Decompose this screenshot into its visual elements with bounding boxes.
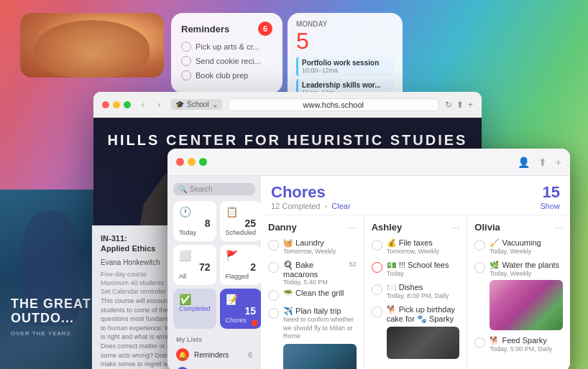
task-title: ✈️ Plan Italy trip	[283, 307, 357, 316]
ashley-more-icon[interactable]: ···	[451, 221, 460, 233]
task-schoolfees: 💵 !!! School fees Today	[372, 261, 460, 277]
task-title: 💵 !!! School fees	[387, 261, 449, 270]
sparky-dog-photo	[387, 327, 460, 359]
task-check[interactable]	[474, 262, 485, 273]
close-button[interactable]	[102, 101, 109, 108]
task-title: 🐕 Feed Sparky	[490, 336, 552, 345]
sidebar-list-family[interactable]: 👨‍👩‍👧 Family 7	[167, 364, 261, 369]
flagged-icon: 🚩	[226, 250, 257, 261]
plus-icon[interactable]: +	[468, 100, 473, 110]
sidebar-card-completed[interactable]: ✅ Completed	[173, 289, 216, 329]
danny-name: Danny	[268, 222, 297, 233]
olivia-more-icon[interactable]: ···	[554, 221, 563, 233]
fullscreen-icon[interactable]	[199, 158, 207, 166]
share-toolbar-icon[interactable]: ⬆	[538, 157, 547, 168]
reminder-item-3: Book club prep	[181, 70, 272, 80]
task-check[interactable]	[372, 307, 382, 317]
chores-sub-row: 12 Completed • Clear Show	[271, 202, 560, 210]
browser-nav: ‹ ›	[137, 98, 165, 111]
flower-photo	[490, 280, 563, 330]
olivia-name: Olivia	[474, 222, 500, 233]
reminder-item-1: Pick up arts & cr...	[181, 42, 272, 52]
chores-icon: 📝	[226, 294, 257, 305]
person-col-olivia: Olivia ··· 🧹 Vacuuming Today, Weekly	[467, 215, 570, 369]
chores-main: Chores 15 12 Completed • Clear Show Dann…	[261, 176, 570, 369]
person-col-ashley: Ashley ··· 💰 File taxes Tomorrow, Weekly	[364, 215, 468, 369]
reminders-widget-count: 6	[258, 22, 272, 36]
sidebar-card-flagged[interactable]: 🚩 2 Flagged	[220, 245, 261, 285]
ashley-header: Ashley ···	[372, 221, 460, 233]
task-content: 🐕 Pick up birthday cake for 🐾 Sparky	[387, 305, 460, 359]
reminder-text: Pick up arts & cr...	[196, 42, 259, 51]
task-content: 🐕 Feed Sparky Today, 5:00 PM, Daily	[490, 336, 552, 352]
browser-toolbar: ‹ › 🎓 School ⌄ ↻ ⬆ +	[93, 92, 482, 118]
reminders-list-icon: 🔔	[176, 348, 189, 361]
completed-icon: ✅	[179, 294, 211, 305]
cal-event-time: 10:00–12ma	[302, 67, 390, 74]
sidebar-cards-grid: 🕐 8 Today 📋 25 Scheduled ⬜ 72 All 🚩 2	[167, 201, 261, 333]
window-controls	[176, 158, 207, 166]
chores-badge	[252, 320, 257, 326]
tab-chevron-icon: ⌄	[212, 101, 218, 108]
close-icon[interactable]	[176, 158, 184, 166]
all-icon: ⬜	[179, 250, 211, 261]
person-icon[interactable]: 👤	[518, 157, 530, 168]
task-check[interactable]	[268, 290, 279, 301]
reload-icon[interactable]: ↻	[445, 100, 452, 110]
sidebar-card-all[interactable]: ⬜ 72 All	[173, 245, 216, 285]
chores-clear-btn[interactable]: Clear	[331, 202, 350, 210]
task-subtitle: Today, Weekly	[490, 248, 541, 255]
reminders-list-count: 6	[248, 351, 252, 359]
add-toolbar-icon[interactable]: +	[556, 157, 561, 168]
dot-separator: •	[325, 202, 328, 210]
chores-count: 15	[543, 183, 560, 202]
task-sparky-cake: 🐕 Pick up birthday cake for 🐾 Sparky	[372, 305, 460, 359]
task-subtitle: Today, 8:00 PM, Daily	[387, 292, 449, 299]
task-check[interactable]	[268, 262, 279, 273]
browser-actions: ↻ ⬆ +	[445, 100, 473, 110]
danny-more-icon[interactable]: ···	[348, 221, 357, 233]
reminder-circle	[181, 70, 191, 80]
task-content: 💵 !!! School fees Today	[387, 261, 449, 277]
minimize-icon[interactable]	[188, 158, 196, 166]
task-subtitle: Need to confirm whether we should fly to…	[283, 316, 357, 341]
task-laundry: 🧺 Laundry Tomorrow, Weekly	[268, 238, 357, 255]
task-check[interactable]	[474, 240, 485, 251]
search-placeholder: Search	[190, 185, 213, 193]
app-sidebar: 🔍 Search 🕐 8 Today 📋 25 Scheduled ⬜ 72	[167, 176, 261, 369]
cal-date: 5	[296, 29, 394, 52]
back-button[interactable]: ‹	[137, 98, 150, 111]
task-check[interactable]	[372, 262, 382, 273]
task-check[interactable]	[372, 240, 382, 251]
sidebar-card-today[interactable]: 🕐 8 Today	[173, 201, 216, 241]
chores-title: Chores	[271, 183, 326, 202]
sidebar-list-reminders[interactable]: 🔔 Reminders 6	[167, 345, 261, 364]
task-check[interactable]	[268, 240, 279, 251]
url-bar[interactable]	[228, 98, 439, 111]
task-title: 🌿 Water the plants	[490, 261, 563, 270]
cal-day: MONDAY	[296, 20, 394, 28]
task-taxes: 💰 File taxes Tomorrow, Weekly	[372, 238, 460, 255]
chores-completed-text: 12 Completed	[271, 202, 321, 210]
task-macarons: 🍳 Bake macarons Today, 5:40 PM 52	[268, 261, 357, 286]
sidebar-card-chores[interactable]: 📝 15 Chores	[220, 289, 261, 329]
today-count: 8	[179, 218, 211, 229]
widget-dog	[20, 13, 164, 78]
task-check[interactable]	[268, 308, 279, 319]
share-icon[interactable]: ⬆	[456, 100, 464, 110]
task-check[interactable]	[474, 337, 485, 348]
reminders-widget-title: Reminders	[181, 24, 229, 34]
task-check[interactable]	[372, 284, 382, 295]
tab-icon: 🎓	[175, 101, 184, 108]
chores-show-btn[interactable]: Show	[540, 202, 560, 210]
sidebar-search[interactable]: 🔍 Search	[173, 183, 255, 195]
task-italy: ✈️ Plan Italy trip Need to confirm wheth…	[268, 307, 357, 369]
minimize-button[interactable]	[113, 101, 120, 108]
maximize-button[interactable]	[124, 101, 131, 108]
my-lists-title: My Lists	[167, 333, 261, 345]
forward-button[interactable]: ›	[152, 98, 165, 111]
reminders-list-name: Reminders	[194, 351, 243, 359]
task-content: 🥗 Clean the grill	[283, 289, 344, 298]
reply-count: 52	[349, 261, 357, 268]
sidebar-card-scheduled[interactable]: 📋 25 Scheduled	[220, 201, 261, 241]
